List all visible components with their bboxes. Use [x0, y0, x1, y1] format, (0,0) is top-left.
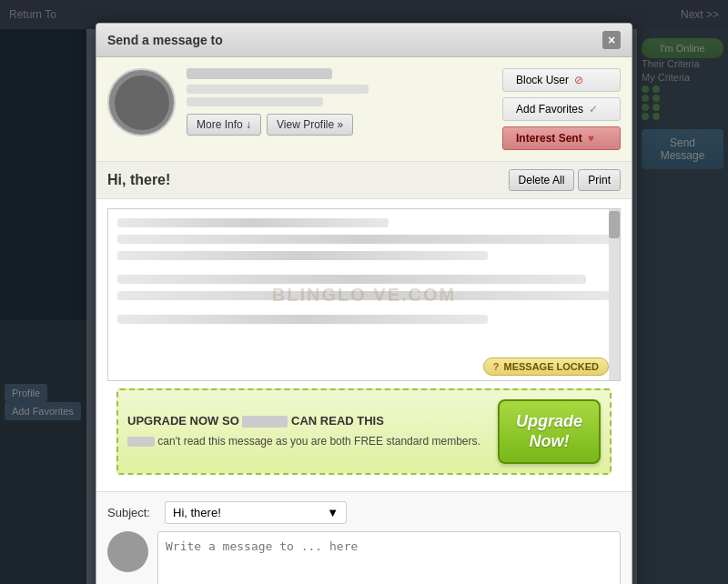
message-locked-text: MESSAGE LOCKED	[503, 361, 599, 372]
upgrade-title-prefix: UPGRADE NOW SO	[127, 414, 239, 428]
upgrade-title: UPGRADE NOW SO CAN READ THIS	[127, 414, 489, 428]
view-profile-button[interactable]: View Profile »	[267, 114, 353, 136]
question-icon: ?	[493, 361, 500, 372]
subject-label: Subject:	[107, 506, 157, 519]
avatar	[107, 68, 176, 136]
message-actions: Delete All Print	[509, 169, 621, 191]
scroll-thumb	[609, 211, 620, 238]
block-user-button[interactable]: Block User ⊘	[502, 68, 621, 92]
profile-section: More Info ↓ View Profile » Block User ⊘ …	[96, 57, 632, 162]
blurred-line-5	[117, 291, 611, 300]
scrollbar[interactable]	[609, 209, 620, 380]
upgrade-btn-line1: Upgrade	[516, 412, 582, 430]
upgrade-banner: UPGRADE NOW SO CAN READ THIS can't read …	[116, 388, 612, 475]
send-message-modal: Send a message to × More Info ↓ View Pro…	[96, 23, 632, 584]
upgrade-title-suffix: CAN READ THIS	[291, 414, 384, 428]
profile-actions: Block User ⊘ Add Favorites ✓ Interest Se…	[502, 68, 621, 150]
print-button[interactable]: Print	[578, 169, 621, 191]
upgrade-desc-text: can't read this message as you are both …	[157, 435, 480, 448]
upgrade-name-small-blurred	[127, 437, 155, 447]
modal-title: Send a message to	[107, 33, 223, 47]
delete-all-button[interactable]: Delete All	[509, 169, 575, 191]
upgrade-name-blurred	[242, 416, 288, 428]
dropdown-arrow-icon: ▼	[327, 506, 339, 519]
user-avatar	[107, 531, 148, 572]
checkmark-icon: ✓	[589, 103, 598, 116]
modal-overlay: Send a message to × More Info ↓ View Pro…	[0, 0, 728, 584]
modal-header: Send a message to ×	[96, 24, 632, 57]
compose-row	[107, 531, 621, 584]
interest-sent-button[interactable]: Interest Sent ♥	[502, 126, 621, 150]
blurred-line-6	[117, 315, 488, 324]
profile-detail-blurred-2	[187, 97, 323, 106]
interest-sent-label: Interest Sent	[516, 132, 582, 145]
message-textarea[interactable]	[157, 531, 621, 584]
block-icon: ⊘	[574, 74, 583, 86]
blurred-line-3	[117, 251, 488, 260]
subject-value: Hi, there!	[173, 506, 221, 519]
blurred-line-4	[117, 275, 586, 284]
message-scroll-area[interactable]: BLINGLO VE.COM ? MESSAGE LOCKED	[107, 208, 621, 381]
blurred-line-2	[117, 235, 611, 244]
profile-buttons: More Info ↓ View Profile »	[187, 114, 491, 136]
profile-info: More Info ↓ View Profile »	[187, 68, 491, 136]
blurred-line-1	[117, 218, 389, 227]
more-info-button[interactable]: More Info ↓	[187, 114, 261, 136]
profile-detail-blurred	[187, 85, 369, 94]
block-user-label: Block User	[516, 74, 569, 86]
heart-icon: ♥	[588, 132, 594, 145]
add-favorites-label: Add Favorites	[516, 103, 583, 116]
message-content	[108, 209, 620, 340]
add-favorites-button[interactable]: Add Favorites ✓	[502, 97, 621, 121]
message-body: BLINGLO VE.COM ? MESSAGE LOCKED UPGRADE …	[96, 199, 632, 492]
compose-area: Subject: Hi, there! ▼	[96, 492, 632, 584]
upgrade-text: UPGRADE NOW SO CAN READ THIS can't read …	[127, 414, 489, 449]
upgrade-btn-line2: Now!	[529, 432, 569, 450]
close-button[interactable]: ×	[602, 31, 621, 49]
subject-dropdown[interactable]: Hi, there! ▼	[165, 501, 347, 524]
message-greeting: Hi, there!	[107, 172, 170, 188]
message-header: Hi, there! Delete All Print	[96, 162, 632, 199]
profile-name-blurred	[187, 68, 332, 79]
upgrade-description: can't read this message as you are both …	[127, 433, 489, 449]
avatar-silhouette	[115, 76, 169, 130]
subject-row: Subject: Hi, there! ▼	[107, 501, 621, 524]
message-locked-badge: ? MESSAGE LOCKED	[483, 357, 609, 376]
upgrade-now-button[interactable]: Upgrade Now!	[498, 399, 601, 464]
